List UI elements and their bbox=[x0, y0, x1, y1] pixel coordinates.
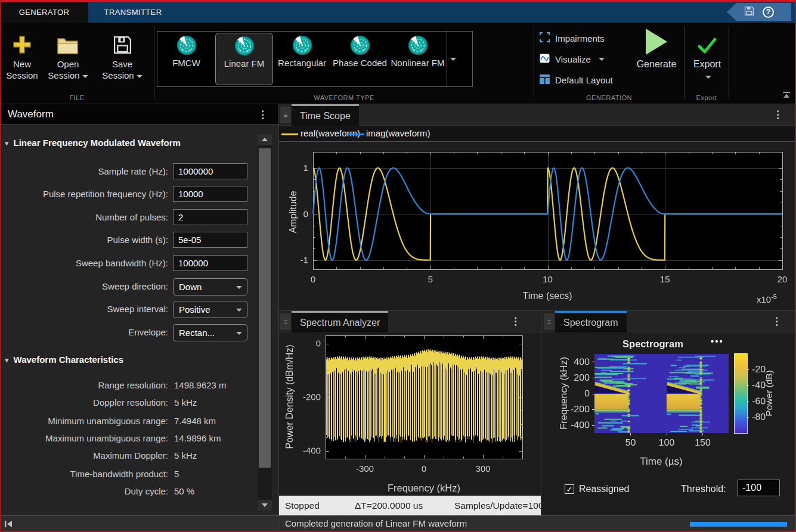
save-floppy-icon bbox=[97, 29, 148, 55]
legend-swatch-real bbox=[281, 133, 298, 135]
group-separator bbox=[729, 26, 729, 99]
time-scope-menu-icon[interactable]: ⋮ bbox=[773, 104, 783, 126]
drag-grip-icon[interactable]: ≡ bbox=[544, 313, 555, 330]
waveform-type-rectangular[interactable]: Rectangular bbox=[273, 33, 331, 85]
pulse-width-input[interactable] bbox=[173, 232, 247, 248]
select-caret-icon bbox=[236, 309, 242, 312]
field-label: Sample rate (Hz): bbox=[6, 163, 168, 179]
spectrum-analyzer-tab[interactable]: Spectrum Analyzer bbox=[292, 311, 388, 332]
export-check-icon bbox=[686, 29, 729, 55]
prf-input[interactable] bbox=[173, 186, 247, 202]
field-row-sample-rate: Sample rate (Hz): bbox=[0, 163, 258, 181]
visualize-toggle[interactable]: Visualize bbox=[540, 52, 605, 66]
spectrogram-ylabel: Frequency (kHz) bbox=[558, 346, 569, 441]
scroll-up-button[interactable] bbox=[258, 134, 272, 145]
save-session-button[interactable]: SaveSession bbox=[97, 29, 148, 81]
new-session-label: New bbox=[13, 59, 31, 69]
tab-generator[interactable]: GENERATOR bbox=[0, 2, 88, 23]
field-row-sweep-interval: Sweep interval: Positive bbox=[0, 301, 258, 319]
export-group-label: Export bbox=[685, 94, 729, 101]
open-session-label: Open bbox=[57, 59, 79, 69]
impairments-toggle[interactable]: Impairments bbox=[540, 31, 605, 45]
impairments-icon bbox=[540, 32, 550, 44]
section-lfm-waveform[interactable]: ▾Linear Frequency Modulated Waveform bbox=[5, 138, 255, 148]
statusbar: Completed generation of Linear FM wavefo… bbox=[0, 515, 796, 532]
generate-button[interactable]: Generate bbox=[629, 29, 684, 70]
generate-label: Generate bbox=[629, 58, 684, 70]
new-session-icon bbox=[4, 29, 41, 55]
waveform-type-nonlinear-fm[interactable]: Nonlinear FM bbox=[389, 33, 447, 85]
tab-transmitter[interactable]: TRANSMITTER bbox=[88, 2, 178, 23]
drag-grip-icon[interactable]: ≡ bbox=[280, 313, 291, 330]
num-pulses-input[interactable] bbox=[173, 209, 247, 225]
sweep-bandwidth-input[interactable] bbox=[173, 255, 247, 271]
new-session-button[interactable]: NewSession bbox=[4, 29, 41, 81]
waveform-panel-menu-icon[interactable]: ⋮ bbox=[258, 104, 268, 126]
statusbar-divider bbox=[278, 516, 279, 532]
spectrogram-tab[interactable]: Spectrogram bbox=[555, 311, 627, 332]
spectrum-status-samples: Samples/Update=100 bbox=[454, 496, 541, 515]
spectrum-status-delta-t: ΔT=200.0000 us bbox=[355, 496, 423, 515]
waveform-type-label: FMCW bbox=[157, 58, 215, 69]
field-label: Pulse width (s): bbox=[6, 232, 168, 248]
file-group-label: FILE bbox=[0, 94, 154, 101]
save-icon[interactable] bbox=[744, 6, 754, 18]
collapse-panel-icon[interactable] bbox=[4, 519, 13, 530]
group-separator bbox=[534, 26, 534, 99]
save-session-label: Save bbox=[112, 59, 132, 69]
scrollbar-thumb[interactable] bbox=[259, 148, 271, 468]
waveform-type-phase-coded[interactable]: Phase Coded bbox=[331, 33, 389, 85]
section-collapse-icon: ▾ bbox=[5, 356, 9, 365]
field-label: Sweep interval: bbox=[6, 301, 168, 317]
field-row-prf: Pulse repetition frequency (Hz): bbox=[0, 186, 258, 204]
legend-swatch-imag bbox=[348, 133, 364, 135]
radar-icon bbox=[234, 48, 255, 58]
waveform-type-fmcw[interactable]: FMCW bbox=[157, 33, 215, 85]
waveform-panel: Waveform ⋮ ▾Linear Frequency Modulated W… bbox=[0, 104, 278, 515]
open-folder-icon bbox=[44, 29, 92, 55]
open-session-button[interactable]: OpenSession bbox=[44, 29, 92, 81]
collapse-ribbon-button[interactable] bbox=[782, 91, 791, 101]
visualize-label: Visualize bbox=[555, 54, 591, 64]
waveform-type-group-label: WAVEFORM TYPE bbox=[154, 94, 534, 101]
threshold-input[interactable] bbox=[738, 480, 780, 496]
axis-offset-label: x10-5 bbox=[749, 293, 785, 304]
open-session-caret-icon bbox=[82, 75, 88, 78]
reassigned-label: Reassigned bbox=[579, 484, 630, 494]
envelope-select[interactable]: Rectan... bbox=[173, 324, 247, 341]
time-scope-tab[interactable]: Time Scope bbox=[292, 104, 359, 126]
gallery-dropdown-button[interactable] bbox=[447, 32, 459, 86]
reassigned-checkbox[interactable]: ✓ bbox=[565, 484, 574, 494]
select-caret-icon bbox=[236, 286, 242, 289]
export-label: Export bbox=[686, 58, 729, 70]
sweep-direction-select[interactable]: Down bbox=[173, 278, 247, 295]
field-label: Number of pulses: bbox=[6, 209, 168, 225]
spectrogram-menu-icon[interactable]: ⋮ bbox=[772, 311, 782, 332]
radar-icon bbox=[292, 47, 312, 57]
visualize-caret-icon bbox=[599, 58, 605, 61]
field-row-sweep-bandwidth: Sweep bandwidth (Hz): bbox=[0, 255, 258, 273]
drag-grip-icon[interactable]: ≡ bbox=[280, 107, 291, 123]
scroll-down-button[interactable] bbox=[258, 500, 272, 511]
default-layout-icon bbox=[540, 74, 550, 86]
default-layout-button[interactable]: Default Layout bbox=[540, 73, 613, 87]
radar-icon bbox=[350, 47, 370, 57]
help-icon[interactable]: ? bbox=[763, 7, 774, 18]
field-row-pulse-width: Pulse width (s): bbox=[0, 232, 258, 250]
field-label: Pulse repetition frequency (Hz): bbox=[6, 186, 168, 202]
section-waveform-characteristics[interactable]: ▾Waveform Characteristics bbox=[5, 354, 255, 365]
sweep-interval-select[interactable]: Positive bbox=[173, 301, 247, 318]
impairments-label: Impairments bbox=[555, 33, 605, 43]
gallery-caret-icon bbox=[450, 58, 456, 61]
generate-play-icon bbox=[629, 29, 684, 55]
spectrum-analyzer-menu-icon[interactable]: ⋮ bbox=[510, 311, 521, 332]
export-button[interactable]: Export bbox=[686, 29, 729, 81]
sample-rate-input[interactable] bbox=[173, 163, 247, 179]
app-window: { "icons": { "kebab": "⋮", "grip": "≡", … bbox=[0, 0, 796, 532]
titlebar: GENERATOR TRANSMITTER ? bbox=[0, 0, 796, 23]
field-label: Envelope: bbox=[6, 324, 168, 340]
visualize-icon bbox=[540, 54, 550, 65]
time-scope-tabbar: ≡ Time Scope ⋮ bbox=[279, 104, 796, 126]
waveform-type-linear-fm[interactable]: Linear FM bbox=[215, 33, 273, 85]
scrollbar[interactable] bbox=[258, 134, 272, 511]
